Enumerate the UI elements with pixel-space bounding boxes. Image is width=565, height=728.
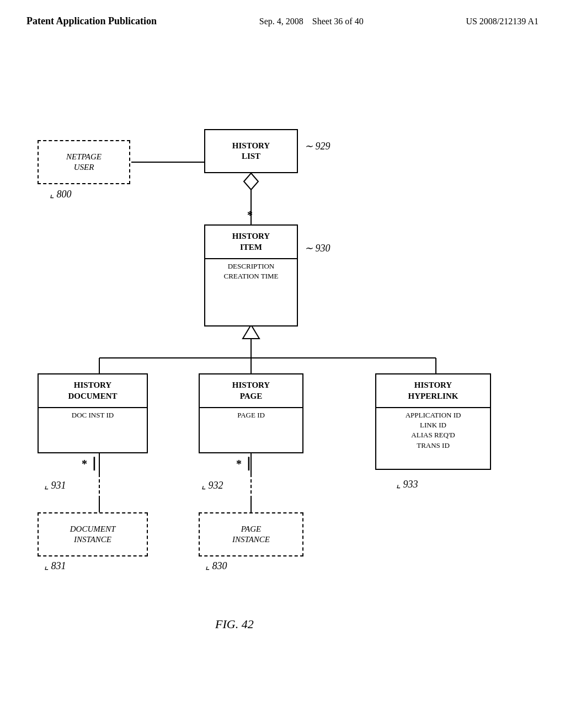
history-page-box: HISTORYPAGE PAGE ID: [199, 373, 303, 453]
document-instance-label: DOCUMENTINSTANCE: [70, 524, 116, 545]
history-hyperlink-id: ⌞ 933: [396, 478, 418, 490]
history-document-box: HISTORYDOCUMENT DOC INST ID: [38, 373, 148, 453]
netpage-user-box: NETPAGEUSER: [38, 140, 130, 184]
history-page-id: ⌞ 932: [201, 479, 223, 491]
history-item-box: HISTORYITEM DESCRIPTIONCREATION TIME: [204, 224, 298, 326]
netpage-user-id: ⌞ 800: [50, 188, 72, 200]
history-list-box: HISTORYLIST: [204, 129, 298, 173]
asterisk-page: * ⎪: [236, 457, 253, 470]
publication-number: US 2008/212139 A1: [466, 17, 539, 26]
asterisk-doc: * ⎪: [82, 457, 98, 470]
history-hyperlink-box: HISTORYHYPERLINK APPLICATION IDLINK IDAL…: [375, 373, 491, 470]
figure-label: FIG. 42: [215, 617, 254, 631]
page-header: Patent Application Publication Sep. 4, 2…: [0, 0, 565, 27]
history-document-section: DOC INST ID: [39, 407, 147, 422]
svg-marker-2: [244, 173, 258, 190]
page-instance-id: ⌞ 830: [205, 560, 227, 572]
publication-title: Patent Application Publication: [26, 15, 157, 27]
history-page-section: PAGE ID: [200, 407, 302, 422]
asterisk-1: *: [247, 209, 253, 222]
history-list-label: HISTORYLIST: [232, 141, 270, 162]
netpage-user-label: NETPAGEUSER: [66, 152, 102, 173]
history-item-title: HISTORYITEM: [205, 226, 297, 258]
document-instance-box: DOCUMENTINSTANCE: [38, 512, 148, 556]
history-page-title: HISTORYPAGE: [200, 374, 302, 407]
history-document-title: HISTORYDOCUMENT: [39, 374, 147, 407]
history-hyperlink-title: HISTORYHYPERLINK: [376, 374, 490, 407]
page-instance-box: PAGEINSTANCE: [199, 512, 303, 556]
diagram-area: NETPAGEUSER ⌞ 800 HISTORYLIST ∼ 929 * HI…: [0, 33, 565, 705]
page-instance-label: PAGEINSTANCE: [232, 524, 270, 545]
publication-date: Sep. 4, 2008 Sheet 36 of 40: [259, 17, 364, 26]
history-list-id: ∼ 929: [305, 140, 331, 152]
history-item-section: DESCRIPTIONCREATION TIME: [205, 258, 297, 283]
svg-marker-6: [243, 325, 259, 339]
history-document-id: ⌞ 931: [44, 479, 66, 491]
history-item-id: ∼ 930: [305, 242, 331, 254]
history-hyperlink-section: APPLICATION IDLINK IDALIAS REQ'DTRANS ID: [376, 407, 490, 453]
document-instance-id: ⌞ 831: [44, 560, 66, 572]
